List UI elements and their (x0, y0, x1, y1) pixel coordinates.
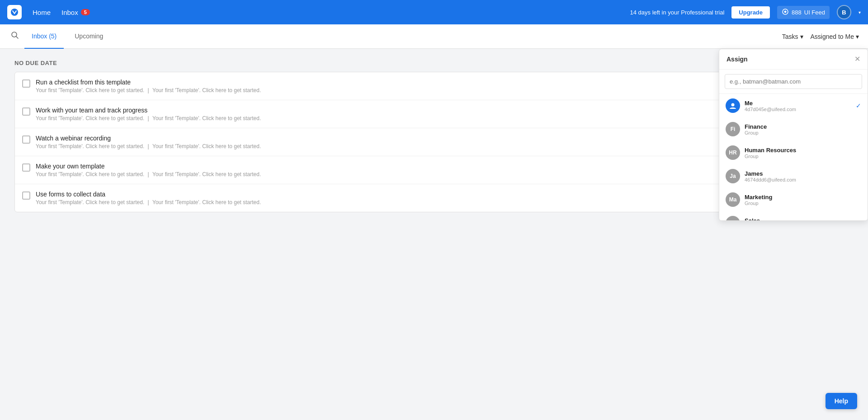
assign-list-item-james[interactable]: Ja James 4674ddd6@uifeed.com (719, 164, 868, 188)
assigned-to-me-dropdown[interactable]: Assigned to Me ▾ (811, 33, 859, 40)
task-meta-2: Your first 'Template'. Click here to get… (152, 171, 261, 177)
subheader: Inbox (5) Upcoming Tasks ▾ Assigned to M… (0, 24, 868, 49)
assign-item-info: Finance Group (745, 123, 861, 135)
assign-item-info: Me 4d7d045e@uifeed.com (745, 100, 851, 112)
svg-point-3 (731, 103, 735, 107)
assign-avatar-me (726, 98, 740, 113)
ui-feed-button[interactable]: 888 UI Feed (777, 6, 830, 19)
task-separator: | (148, 115, 151, 121)
assign-avatar-marketing: Ma (726, 192, 740, 207)
assigned-label: Assigned to Me (811, 33, 854, 40)
search-icon[interactable] (9, 29, 21, 43)
task-meta-2: Your first 'Template'. Click here to get… (152, 199, 261, 205)
inbox-label: Inbox (61, 9, 78, 16)
tasks-caret-icon: ▾ (800, 33, 803, 40)
tasks-label: Tasks (782, 33, 798, 40)
assign-avatar-finance: Fi (726, 122, 740, 136)
assign-avatar-sales: Sa (726, 216, 740, 220)
assign-item-info: Marketing Group (745, 194, 861, 206)
trial-text: 14 days left in your Professional trial (630, 9, 724, 16)
top-nav: Home Inbox 5 14 days left in your Profes… (0, 0, 868, 24)
task-meta-2: Your first 'Template'. Click here to get… (152, 87, 261, 93)
assign-list-item-me[interactable]: Me 4d7d045e@uifeed.com ✓ (719, 94, 868, 117)
assign-item-name: Sales (745, 217, 861, 221)
app-logo[interactable] (7, 5, 22, 19)
assign-item-name: Human Resources (745, 147, 861, 154)
ui-feed-icon (782, 8, 789, 17)
assign-close-button[interactable]: ✕ (854, 56, 860, 63)
assign-item-sub: Group (745, 154, 861, 159)
task-checkbox[interactable] (22, 135, 30, 144)
assign-search-input[interactable] (725, 74, 862, 89)
task-separator: | (148, 143, 151, 149)
subheader-right: Tasks ▾ Assigned to Me ▾ (782, 33, 859, 40)
user-avatar-button[interactable]: B (837, 5, 851, 19)
task-meta-1: Your first 'Template'. Click here to get… (36, 143, 144, 149)
assign-item-info: James 4674ddd6@uifeed.com (745, 170, 861, 182)
main-content: No Due Date Run a checklist from this te… (0, 49, 868, 223)
task-separator: | (148, 87, 151, 93)
assign-item-sub: 4d7d045e@uifeed.com (745, 107, 851, 112)
help-button[interactable]: Help (826, 393, 857, 409)
tasks-dropdown[interactable]: Tasks ▾ (782, 33, 803, 40)
upgrade-button[interactable]: Upgrade (731, 6, 770, 19)
assign-item-sub: Group (745, 201, 861, 206)
inbox-badge: 5 (81, 9, 90, 15)
inbox-link[interactable]: Inbox 5 (61, 9, 90, 16)
tab-inbox[interactable]: Inbox (5) (24, 24, 64, 49)
task-checkbox[interactable] (22, 79, 30, 88)
task-meta-1: Your first 'Template'. Click here to get… (36, 87, 144, 93)
assign-list-item-sales[interactable]: Sa Sales Group (719, 211, 868, 220)
assign-search-area (719, 70, 868, 94)
avatar-dropdown-caret[interactable]: ▾ (859, 10, 861, 15)
ui-feed-label: UI Feed (804, 9, 825, 16)
assign-panel: Assign ✕ Me 4d7d045e@uifeed.com ✓ Fi Fi (719, 49, 868, 221)
assign-item-name: Finance (745, 123, 861, 130)
task-meta-1: Your first 'Template'. Click here to get… (36, 171, 144, 177)
assign-panel-title: Assign (726, 56, 748, 63)
home-link[interactable]: Home (33, 9, 51, 16)
assign-item-sub: 4674ddd6@uifeed.com (745, 177, 861, 182)
task-meta-1: Your first 'Template'. Click here to get… (36, 199, 144, 205)
task-checkbox[interactable] (22, 191, 30, 200)
assign-item-info: Human Resources Group (745, 147, 861, 159)
assigned-caret-icon: ▾ (856, 33, 859, 40)
assign-item-name: James (745, 170, 861, 177)
assign-selected-check: ✓ (856, 102, 861, 109)
task-separator: | (148, 199, 151, 205)
task-meta-1: Your first 'Template'. Click here to get… (36, 115, 144, 121)
assign-panel-header: Assign ✕ (719, 49, 868, 70)
assign-list-item-finance[interactable]: Fi Finance Group (719, 117, 868, 141)
assign-list-item-marketing[interactable]: Ma Marketing Group (719, 188, 868, 211)
assign-avatar-james: Ja (726, 169, 740, 183)
topnav-right: 14 days left in your Professional trial … (630, 5, 861, 19)
assign-item-name: Marketing (745, 194, 861, 201)
assign-item-sub: Group (745, 130, 861, 135)
task-checkbox[interactable] (22, 163, 30, 172)
svg-point-0 (11, 9, 18, 16)
task-separator: | (148, 171, 151, 177)
assign-item-name: Me (745, 100, 851, 107)
task-checkbox[interactable] (22, 107, 30, 116)
assign-list-item-hr[interactable]: HR Human Resources Group (719, 141, 868, 164)
assign-item-info: Sales Group (745, 217, 861, 221)
ui-feed-prefix: 888 (792, 9, 802, 16)
task-meta-2: Your first 'Template'. Click here to get… (152, 143, 261, 149)
task-meta-2: Your first 'Template'. Click here to get… (152, 115, 261, 121)
assign-list: Me 4d7d045e@uifeed.com ✓ Fi Finance Grou… (719, 94, 868, 220)
tab-upcoming[interactable]: Upcoming (67, 24, 110, 49)
assign-avatar-hr: HR (726, 145, 740, 160)
